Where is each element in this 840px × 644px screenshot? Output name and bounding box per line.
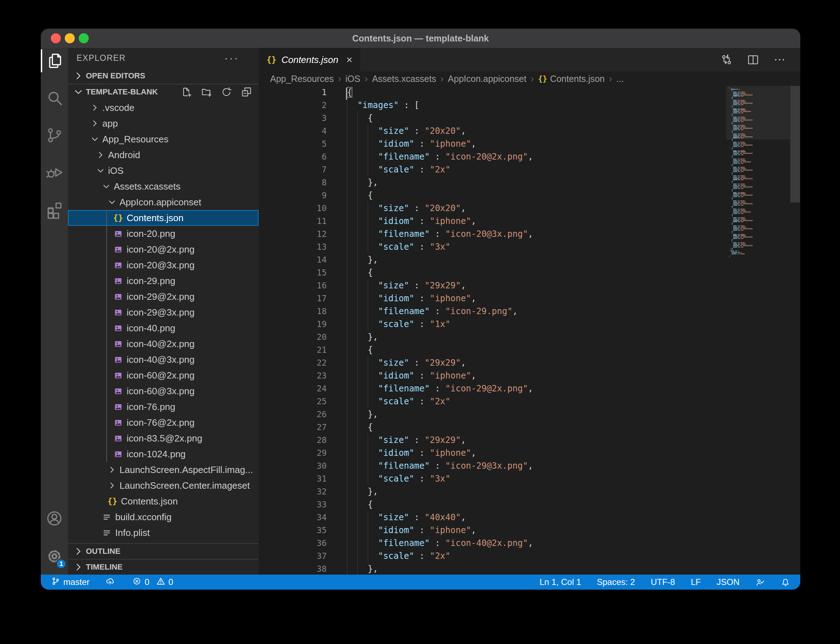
- minimap[interactable]: [726, 86, 790, 575]
- tree-item-launchscreen.center.imageset[interactable]: LaunchScreen.Center.imageset: [68, 478, 259, 493]
- line-number[interactable]: 28: [259, 434, 326, 447]
- line-number[interactable]: 2: [259, 99, 326, 112]
- tree-item-app-resources[interactable]: App_Resources: [68, 131, 259, 147]
- line-number[interactable]: 12: [259, 228, 326, 240]
- tree-item-contents.json[interactable]: {}Contents.json: [68, 493, 259, 509]
- line-number[interactable]: 3: [259, 112, 326, 125]
- line-number[interactable]: 30: [259, 459, 326, 472]
- line-number[interactable]: 10: [259, 202, 326, 215]
- activity-search-icon[interactable]: [41, 87, 68, 110]
- line-number[interactable]: 26: [259, 408, 326, 421]
- tree-item-icon-60@3x.png[interactable]: icon-60@3x.png: [68, 383, 259, 399]
- tree-item-icon-40@2x.png[interactable]: icon-40@2x.png: [68, 336, 259, 352]
- line-number[interactable]: 19: [259, 318, 326, 330]
- line-number[interactable]: 38: [259, 562, 326, 575]
- notifications-bell-icon[interactable]: [781, 577, 790, 587]
- git-branch-status[interactable]: master: [51, 577, 89, 588]
- tree-item-icon-60@2x.png[interactable]: icon-60@2x.png: [68, 368, 259, 383]
- line-number[interactable]: 11: [259, 215, 326, 228]
- editor-more-actions-icon[interactable]: [773, 53, 786, 66]
- code-editor[interactable]: 1{2 "images" : [3 {4 "size" : "20x20",5 …: [259, 86, 800, 575]
- tab-contents-json[interactable]: {} Contents.json ×: [259, 48, 360, 72]
- line-number[interactable]: 27: [259, 421, 326, 434]
- activity-settings-icon[interactable]: 1: [41, 545, 68, 568]
- tree-item-icon-76@2x.png[interactable]: icon-76@2x.png: [68, 415, 259, 430]
- split-editor-icon[interactable]: [746, 53, 760, 66]
- close-tab-icon[interactable]: ×: [346, 54, 353, 65]
- breadcrumb-item[interactable]: AppIcon.appiconset: [448, 74, 527, 84]
- line-number[interactable]: 1: [259, 86, 326, 99]
- line-number[interactable]: 4: [259, 125, 326, 137]
- line-number[interactable]: 5: [259, 137, 326, 150]
- activity-run-and-debug-icon[interactable]: [41, 161, 68, 184]
- tree-item-app[interactable]: app: [68, 115, 259, 131]
- breadcrumb-item[interactable]: Assets.xcassets: [372, 74, 436, 84]
- tree-item-ios[interactable]: iOS: [68, 163, 259, 179]
- line-number[interactable]: 29: [259, 447, 326, 459]
- folder-section-header[interactable]: TEMPLATE-BLANK: [68, 84, 259, 99]
- timeline-section[interactable]: TIMELINE: [68, 559, 259, 575]
- tree-item-appicon.appiconset[interactable]: AppIcon.appiconset: [68, 194, 259, 210]
- tree-item-launchscreen.aspectfill.imag...[interactable]: LaunchScreen.AspectFill.imag...: [68, 462, 259, 478]
- line-number[interactable]: 7: [259, 163, 326, 176]
- refresh-explorer-icon[interactable]: [221, 86, 232, 98]
- line-number[interactable]: 9: [259, 189, 326, 202]
- breadcrumb-item[interactable]: ...: [617, 74, 624, 84]
- minimize-window-button[interactable]: [65, 33, 75, 43]
- line-number[interactable]: 14: [259, 253, 326, 266]
- line-number[interactable]: 34: [259, 511, 326, 524]
- tree-item-assets.xcassets[interactable]: Assets.xcassets: [68, 179, 259, 194]
- line-number[interactable]: 33: [259, 498, 326, 511]
- tree-item-icon-40.png[interactable]: icon-40.png: [68, 320, 259, 336]
- sync-changes-button[interactable]: [105, 577, 115, 588]
- line-number[interactable]: 25: [259, 395, 326, 408]
- collapse-folders-icon[interactable]: [241, 86, 252, 98]
- tree-item-icon-20.png[interactable]: icon-20.png: [68, 226, 259, 242]
- tree-item-.vscode[interactable]: .vscode: [68, 100, 259, 115]
- line-number[interactable]: 16: [259, 279, 326, 292]
- breadcrumb-item[interactable]: App_Resources: [270, 74, 334, 84]
- open-changes-icon[interactable]: [720, 53, 733, 66]
- scrollbar-thumb[interactable]: [790, 86, 800, 202]
- tree-item-icon-1024.png[interactable]: icon-1024.png: [68, 446, 259, 462]
- zoom-window-button[interactable]: [79, 33, 89, 43]
- indentation-status[interactable]: Spaces: 2: [597, 577, 635, 587]
- line-number[interactable]: 8: [259, 176, 326, 189]
- activity-extensions-icon[interactable]: [41, 198, 68, 221]
- line-number[interactable]: 35: [259, 524, 326, 537]
- outline-section[interactable]: OUTLINE: [68, 543, 259, 559]
- activity-source-control-icon[interactable]: [41, 124, 68, 147]
- line-number[interactable]: 32: [259, 485, 326, 498]
- line-number[interactable]: 24: [259, 382, 326, 395]
- tree-item-icon-40@3x.png[interactable]: icon-40@3x.png: [68, 352, 259, 368]
- problems-status[interactable]: 0 0: [132, 577, 173, 588]
- line-number[interactable]: 21: [259, 343, 326, 356]
- new-folder-icon[interactable]: [201, 86, 212, 98]
- activity-accounts-icon[interactable]: [41, 507, 68, 530]
- tree-item-contents.json[interactable]: {}Contents.json: [68, 210, 259, 226]
- tree-item-android[interactable]: Android: [68, 147, 259, 163]
- tree-item-icon-29@3x.png[interactable]: icon-29@3x.png: [68, 304, 259, 320]
- new-file-icon[interactable]: [180, 86, 192, 98]
- line-number[interactable]: 20: [259, 330, 326, 343]
- tree-item-build.xcconfig[interactable]: build.xcconfig: [68, 509, 259, 525]
- eol-status[interactable]: LF: [691, 577, 701, 587]
- line-number[interactable]: 13: [259, 240, 326, 253]
- encoding-status[interactable]: UTF-8: [651, 577, 675, 587]
- tree-item-info.plist[interactable]: Info.plist: [68, 525, 259, 540]
- line-number[interactable]: 15: [259, 266, 326, 279]
- line-number[interactable]: 22: [259, 356, 326, 369]
- explorer-more-actions-icon[interactable]: ···: [224, 52, 240, 64]
- line-number[interactable]: 17: [259, 292, 326, 305]
- open-editors-section[interactable]: OPEN EDITORS: [68, 68, 259, 84]
- line-number[interactable]: 37: [259, 550, 326, 562]
- line-number[interactable]: 23: [259, 369, 326, 382]
- close-window-button[interactable]: [51, 33, 61, 43]
- breadcrumb-item[interactable]: iOS: [346, 74, 361, 84]
- cursor-position-status[interactable]: Ln 1, Col 1: [540, 577, 581, 587]
- line-number[interactable]: 18: [259, 305, 326, 318]
- line-number[interactable]: 6: [259, 150, 326, 163]
- line-number[interactable]: 36: [259, 537, 326, 550]
- language-mode-status[interactable]: JSON: [717, 577, 740, 587]
- activity-explorer-icon[interactable]: [41, 49, 69, 72]
